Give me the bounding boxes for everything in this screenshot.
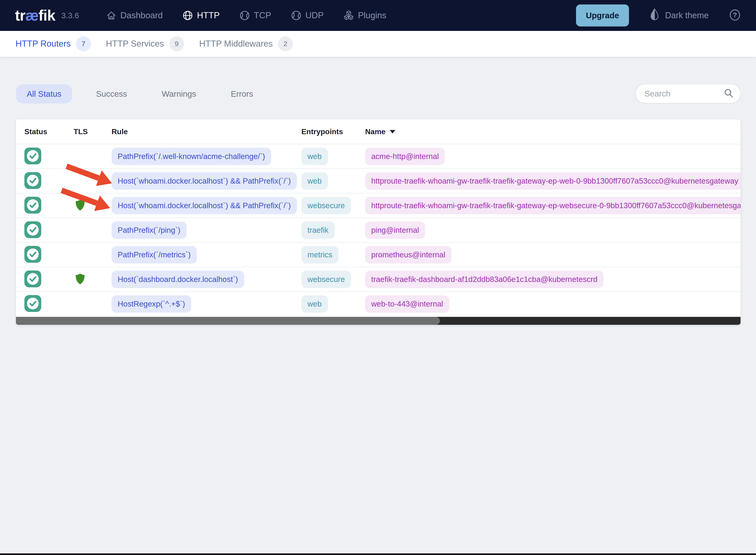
traefik-logo: træfik (15, 7, 55, 24)
count-badge: 7 (76, 36, 91, 51)
table-row[interactable]: PathPrefix(`/metrics`) metrics prometheu… (16, 242, 741, 267)
entrypoint-chip: web (302, 295, 328, 313)
name-chip: prometheus@internal (365, 246, 451, 263)
tls-shield-icon (75, 273, 85, 285)
entrypoint-chip: websecure (302, 197, 351, 214)
top-navbar: træfik 3.3.6 Dashboard HTTP (0, 0, 756, 31)
filter-warnings[interactable]: Warnings (151, 84, 207, 103)
upgrade-button[interactable]: Upgrade (576, 4, 629, 27)
nav-item-label: Dashboard (120, 10, 163, 20)
column-header-tls[interactable]: TLS (74, 127, 112, 136)
column-header-entrypoints[interactable]: Entrypoints (302, 127, 365, 136)
nav-item-udp[interactable]: UDP (291, 10, 324, 21)
section-tabs: HTTP Routers 7 HTTP Services 9 HTTP Midd… (0, 31, 756, 57)
filter-success[interactable]: Success (85, 84, 138, 103)
name-chip: traefik-traefik-dashboard-af1d2ddb83a06e… (365, 271, 603, 288)
name-chip: ping@internal (365, 221, 425, 239)
nav-item-label: TCP (254, 10, 271, 20)
contrast-droplet-icon (649, 8, 660, 23)
table-row[interactable]: Host(`dashboard.docker.localhost`) webse… (16, 267, 741, 291)
table-header-row: Status TLS Rule Entrypoints Name (16, 119, 741, 144)
rule-chip: Host(`dashboard.docker.localhost`) (112, 271, 244, 288)
column-header-name[interactable]: Name (365, 127, 741, 136)
status-success-icon (25, 172, 41, 189)
entrypoint-chip: metrics (302, 246, 339, 263)
rule-chip: PathPrefix(`/.well-known/acme-challenge/… (112, 148, 271, 165)
scrollbar-thumb[interactable] (16, 317, 440, 325)
count-badge: 9 (169, 36, 184, 51)
name-chip: httproute-traefik-whoami-gw-traefik-trae… (365, 197, 741, 214)
status-success-icon (25, 246, 41, 263)
tab-http-middlewares[interactable]: HTTP Middlewares 2 (199, 36, 293, 51)
name-chip: web-to-443@internal (365, 295, 449, 313)
sphere-icon (291, 10, 302, 21)
table-body: PathPrefix(`/.well-known/acme-challenge/… (16, 144, 741, 316)
column-header-rule[interactable]: Rule (112, 127, 302, 136)
search-box (635, 84, 741, 103)
entrypoint-chip: traefik (302, 221, 335, 239)
table-row[interactable]: Host(`whoami.docker.localhost`) && PathP… (16, 168, 741, 193)
nav-item-http[interactable]: HTTP (182, 10, 220, 21)
nav-item-label: HTTP (197, 10, 220, 20)
table-row[interactable]: HostRegexp(`^.+$`) web web-to-443@intern… (16, 291, 741, 316)
entrypoint-chip: web (302, 148, 328, 165)
count-badge: 2 (278, 36, 293, 51)
home-icon (106, 10, 116, 20)
rule-chip: Host(`whoami.docker.localhost`) && PathP… (112, 197, 297, 214)
horizontal-scrollbar[interactable] (16, 317, 741, 325)
rule-chip: Host(`whoami.docker.localhost`) && PathP… (112, 172, 297, 190)
column-header-status[interactable]: Status (25, 127, 74, 136)
nav-item-plugins[interactable]: Plugins (343, 10, 386, 21)
help-button[interactable]: ? (729, 9, 741, 22)
table-row[interactable]: Host(`whoami.docker.localhost`) && PathP… (16, 193, 741, 218)
nav-item-tcp[interactable]: TCP (239, 10, 271, 21)
rule-chip: PathPrefix(`/ping`) (112, 221, 187, 239)
nav-item-dashboard[interactable]: Dashboard (106, 10, 163, 20)
globe-icon (182, 10, 193, 21)
status-success-icon (25, 270, 41, 287)
table-row[interactable]: PathPrefix(`/ping`) traefik ping@interna… (16, 218, 741, 242)
status-success-icon (25, 295, 41, 312)
entrypoint-chip: web (302, 172, 328, 190)
filter-errors[interactable]: Errors (220, 84, 264, 103)
sphere-icon (239, 10, 250, 21)
tab-http-services[interactable]: HTTP Services 9 (106, 36, 184, 51)
status-filter-tabs: All Status Success Warnings Errors (16, 84, 264, 103)
dark-theme-label: Dark theme (665, 10, 709, 20)
table-row[interactable]: PathPrefix(`/.well-known/acme-challenge/… (16, 144, 741, 168)
filter-all-status[interactable]: All Status (16, 84, 72, 103)
routers-table: Status TLS Rule Entrypoints Name (16, 119, 741, 325)
rule-chip: HostRegexp(`^.+$`) (112, 295, 191, 313)
tls-shield-icon (75, 200, 85, 211)
nav-item-label: UDP (305, 10, 324, 20)
status-success-icon (25, 197, 41, 214)
cubes-icon (343, 10, 354, 21)
nav-item-label: Plugins (358, 10, 386, 20)
entrypoint-chip: websecure (302, 271, 351, 288)
dark-theme-toggle[interactable]: Dark theme (649, 8, 709, 23)
svg-text:?: ? (733, 11, 737, 19)
name-chip: httproute-traefik-whoami-gw-traefik-trae… (365, 172, 741, 190)
sort-descending-icon (390, 130, 395, 133)
search-input[interactable] (644, 89, 723, 98)
rule-chip: PathPrefix(`/metrics`) (112, 246, 197, 263)
window-edge (0, 553, 756, 555)
name-chip: acme-http@internal (365, 148, 445, 165)
search-icon (723, 88, 734, 99)
version-label: 3.3.6 (62, 11, 79, 20)
tab-http-routers[interactable]: HTTP Routers 7 (15, 36, 91, 51)
status-success-icon (25, 147, 41, 164)
status-success-icon (25, 221, 41, 238)
question-mark-icon: ? (729, 9, 741, 22)
